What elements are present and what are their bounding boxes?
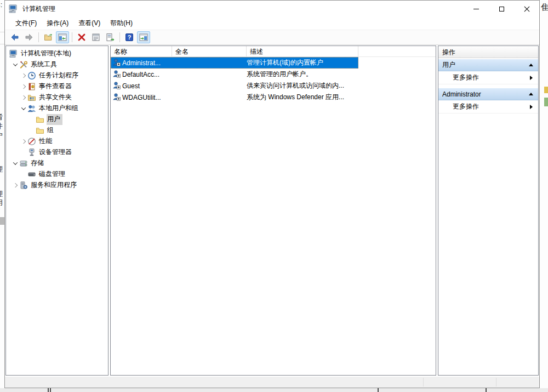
more-actions-item[interactable]: 更多操作 [438,100,538,113]
background-text-fragment: 户 [0,130,3,140]
titlebar[interactable]: 计算机管理 [5,1,539,17]
event-viewer-icon [27,82,36,91]
disk-icon [27,170,36,179]
menu-help[interactable]: 帮助(H) [105,17,138,30]
user-name-cell: DefaultAcc... [111,69,172,80]
toolbar-properties-button[interactable] [89,31,102,43]
tree-item-label: 系统工具 [30,59,59,70]
folder-icon [36,115,44,124]
action-section-header-users-section[interactable]: 用户 [438,59,538,71]
action-section-title: 用户 [442,60,455,70]
chevron-glyph [21,73,25,78]
chevron-down-icon[interactable] [19,107,27,110]
chevron-right-icon[interactable] [19,96,27,99]
tree-item-performance[interactable]: 性能 [6,136,108,147]
tree-item-event-viewer[interactable]: 事件查看器 [6,81,108,92]
action-pane-toggle-icon [139,33,148,42]
chevron-down-icon[interactable] [11,162,19,165]
chevron-glyph [13,183,17,188]
list-column-headers: 名称全名描述 [111,46,436,57]
user-row-guest[interactable]: Guest供来宾访问计算机或访问域的内... [111,80,358,92]
user-row-administrat[interactable]: Administrat...管理计算机(域)的内置帐户 [111,57,358,69]
tree-item-label: 组 [47,125,56,136]
storage-icon [19,159,28,168]
background-fragment-block [544,87,548,93]
tree-item-shared-folders[interactable]: 共享文件夹 [6,92,108,103]
close-button[interactable] [514,1,539,17]
more-actions-item[interactable]: 更多操作 [438,71,538,84]
toolbar-export-list-button[interactable] [104,31,117,43]
background-text-fragment: B: [0,1,2,9]
user-name-cell: Guest [111,80,172,92]
user-fullname-cell [172,57,247,69]
tree-item-label: 计算机管理(本地) [20,48,73,59]
performance-icon [27,137,36,146]
tree-item-groups[interactable]: 组 [6,125,108,136]
tree-item-label: 设备管理器 [38,147,74,158]
menu-action[interactable]: 操作(A) [42,17,73,30]
column-header-2[interactable]: 描述 [247,46,358,56]
toolbar-help-button[interactable]: ? [123,31,136,43]
chevron-right-icon[interactable] [19,140,27,143]
chevron-glyph [21,95,25,100]
toolbar-separator [119,32,120,42]
shared-folder-icon [27,93,36,102]
chevron-glyph [21,84,25,89]
tree-item-device-manager[interactable]: 设备管理器 [6,147,108,158]
toolbar-open-folder-button[interactable] [42,31,55,43]
tree-item-storage[interactable]: 存储 [6,158,108,169]
toolbar-back-button[interactable] [8,31,21,43]
user-row-defaultacc[interactable]: DefaultAcc...系统管理的用户帐户。 [111,69,358,80]
more-actions-label: 更多操作 [453,102,479,111]
screen: B:看件户理理用 隹 计算机管理 [0,0,548,392]
toolbar-delete-button[interactable] [75,31,88,43]
tree-item-label: 服务和应用程序 [30,180,79,191]
close-icon [524,6,530,12]
user-name-cell: Administrat... [111,57,172,69]
action-section-header-administrator-section[interactable]: Administrator [438,88,538,100]
tree-item-disk-management[interactable]: 磁盘管理 [6,169,108,180]
actions-pane: 操作 用户更多操作Administrator更多操作 [438,46,539,376]
computer-management-window: 计算机管理 文件(F)操作(A)查看(V)帮助(H) ? 计算机管理(本地)系统… [4,0,540,388]
chevron-right-icon[interactable] [19,85,27,88]
tree-item-label: 性能 [38,136,54,147]
chevron-right-icon[interactable] [11,184,19,187]
collapse-section-icon[interactable] [529,64,533,66]
user-name: Guest [122,82,140,90]
menu-file[interactable]: 文件(F) [10,17,42,30]
tools-icon [19,60,28,69]
menu-view[interactable]: 查看(V) [73,17,105,30]
chevron-glyph [21,105,25,110]
toolbar: ? [5,30,539,45]
chevron-glyph [21,139,25,144]
action-section-title: Administrator [442,90,481,98]
submenu-arrow-icon [530,76,533,80]
tree-item-task-scheduler[interactable]: 任务计划程序 [6,70,108,81]
chevron-right-icon[interactable] [19,74,27,77]
toolbar-action-pane-toggle-button[interactable] [137,31,150,43]
column-header-1[interactable]: 全名 [172,46,247,56]
tree-item-users[interactable]: 用户 [6,114,108,125]
help-icon: ? [125,33,134,42]
toolbar-separator [38,32,39,42]
tree-item-computer-management-root[interactable]: 计算机管理(本地) [6,48,108,59]
toolbar-forward-button[interactable] [22,31,36,43]
menubar: 文件(F)操作(A)查看(V)帮助(H) [5,17,539,30]
statusbar-separator [496,378,496,387]
chevron-down-icon[interactable] [11,63,19,66]
tree-item-label: 存储 [30,158,46,169]
device-manager-icon [27,148,36,157]
tree-item-local-users-groups[interactable]: 本地用户和组 [6,103,108,114]
maximize-button[interactable] [489,1,514,17]
user-row-wdagutilit[interactable]: WDAGUtilit...系统为 Windows Defender 应用... [111,92,358,103]
collapse-section-icon[interactable] [529,93,533,95]
tree-item-services-apps[interactable]: 服务和应用程序 [6,180,108,191]
column-header-0[interactable]: 名称 [111,46,172,56]
toolbar-console-tree-toggle-button[interactable] [56,31,69,43]
background-text-fragment: 用 [0,198,3,208]
forward-icon [25,33,33,42]
tree-item-system-tools[interactable]: 系统工具 [6,59,108,70]
minimize-button[interactable] [464,1,489,17]
tree-item-label: 事件查看器 [38,81,74,92]
back-icon [10,33,19,42]
